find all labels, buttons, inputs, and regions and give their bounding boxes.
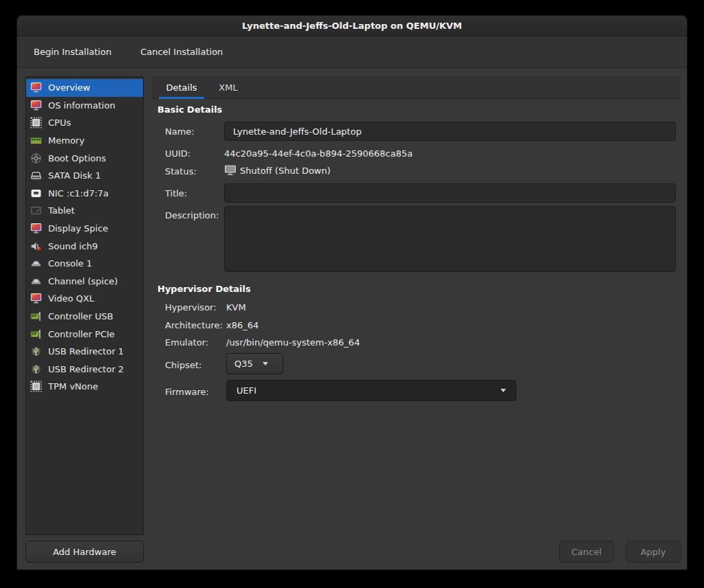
- details-panel: Details XML Basic Details Name: UUID: 44…: [152, 76, 680, 535]
- sidebar-item-label: NIC :c1:d7:7a: [48, 188, 109, 199]
- chipset-dropdown[interactable]: Q35: [226, 353, 283, 374]
- tab-details-label: Details: [166, 82, 197, 93]
- sidebar-item-usb-redirector-1[interactable]: USB Redirector 1: [26, 343, 143, 361]
- cpu-icon: [30, 117, 42, 128]
- sidebar-item-memory[interactable]: Memory: [26, 132, 143, 150]
- tablet-icon: [30, 205, 42, 216]
- active-tab-underline: [159, 97, 204, 99]
- title-input[interactable]: [224, 183, 676, 203]
- architecture-value: x86_64: [226, 320, 258, 330]
- sidebar-item-tablet[interactable]: Tablet: [26, 202, 143, 220]
- tab-details[interactable]: Details: [159, 76, 204, 99]
- sidebar-item-label: Channel (spice): [48, 276, 118, 286]
- description-textarea[interactable]: [224, 206, 676, 272]
- apply-button[interactable]: Apply: [626, 541, 681, 563]
- sidebar-item-label: Controller USB: [48, 311, 113, 321]
- architecture-label: Architecture:: [165, 320, 223, 330]
- chevron-down-icon: [500, 389, 506, 392]
- sidebar-item-controller-usb[interactable]: Controller USB: [26, 308, 143, 326]
- controller-card-icon: [30, 310, 42, 322]
- status-value: Shutoff (Shut Down): [240, 166, 331, 176]
- display-icon: [30, 82, 42, 93]
- begin-installation-button[interactable]: Begin Installation: [31, 43, 114, 61]
- hypervisor-details-heading: Hypervisor Details: [157, 284, 251, 294]
- name-label: Name:: [165, 126, 195, 137]
- sidebar-item-sound[interactable]: Sound ich9: [26, 237, 143, 255]
- usb-icon: [30, 346, 42, 357]
- sidebar-item-label: Video QXL: [48, 293, 94, 304]
- toolbar: Begin Installation Cancel Installation: [17, 36, 687, 68]
- chip-icon: [30, 381, 42, 392]
- firmware-label: Firmware:: [165, 387, 209, 397]
- sidebar-item-cpus[interactable]: CPUs: [26, 114, 143, 132]
- controller-card-icon: [30, 328, 42, 340]
- tab-xml[interactable]: XML: [212, 76, 244, 99]
- sidebar-item-label: USB Redirector 2: [48, 364, 124, 374]
- sidebar-item-label: Overview: [48, 82, 90, 93]
- sidebar-item-label: OS information: [48, 100, 116, 111]
- sidebar-item-console-1[interactable]: Console 1: [26, 255, 143, 273]
- disk-icon: [30, 170, 42, 181]
- emulator-label: Emulator:: [165, 337, 208, 348]
- sidebar-item-label: CPUs: [48, 117, 71, 128]
- hypervisor-label: Hypervisor:: [165, 302, 217, 313]
- sidebar-item-os-information[interactable]: OS information: [26, 97, 143, 115]
- usb-icon: [30, 363, 42, 375]
- sidebar-item-usb-redirector-2[interactable]: USB Redirector 2: [26, 361, 143, 378]
- display-icon: [30, 223, 42, 234]
- name-input[interactable]: [224, 122, 676, 141]
- window-title: Lynette-and-Jeffs-Old-Laptop on QEMU/KVM: [242, 21, 462, 31]
- display-icon: [30, 100, 42, 111]
- sidebar-item-nic[interactable]: NIC :c1:d7:7a: [26, 185, 143, 203]
- hypervisor-value: KVM: [226, 302, 246, 313]
- tab-bar: Details XML: [152, 76, 680, 99]
- uuid-label: UUID:: [165, 148, 190, 159]
- boot-options-icon: [30, 152, 42, 164]
- memory-icon: [30, 135, 42, 146]
- network-icon: [30, 188, 42, 199]
- titlebar[interactable]: Lynette-and-Jeffs-Old-Laptop on QEMU/KVM: [17, 16, 687, 36]
- shutoff-monitor-icon: [224, 165, 236, 176]
- sidebar-item-video-qxl[interactable]: Video QXL: [26, 290, 143, 308]
- sidebar-item-label: TPM vNone: [48, 381, 98, 392]
- firmware-dropdown[interactable]: UEFI: [226, 380, 516, 401]
- sidebar-item-sata-disk-1[interactable]: SATA Disk 1: [26, 167, 143, 185]
- chevron-down-icon: [263, 362, 268, 365]
- chipset-selected-value: Q35: [234, 359, 253, 369]
- sidebar-item-label: Sound ich9: [48, 241, 98, 251]
- hardware-list: Overview OS information CPUs Memory Boot…: [25, 76, 144, 535]
- sidebar-item-boot-options[interactable]: Boot Options: [26, 149, 143, 167]
- vm-details-window: Lynette-and-Jeffs-Old-Laptop on QEMU/KVM…: [16, 15, 688, 570]
- tab-xml-label: XML: [219, 82, 237, 93]
- sidebar-item-display-spice[interactable]: Display Spice: [26, 220, 143, 238]
- content-area: Overview OS information CPUs Memory Boot…: [17, 69, 687, 570]
- status-indicator: Shutoff (Shut Down): [224, 165, 331, 176]
- sidebar-item-label: Console 1: [48, 258, 92, 269]
- cancel-installation-button[interactable]: Cancel Installation: [138, 43, 226, 61]
- serial-console-icon: [30, 275, 42, 287]
- basic-details-heading: Basic Details: [157, 104, 222, 115]
- emulator-value: /usr/bin/qemu-system-x86_64: [226, 337, 360, 348]
- sidebar-item-controller-pcie[interactable]: Controller PCIe: [26, 325, 143, 343]
- sidebar-item-label: SATA Disk 1: [48, 170, 101, 181]
- sidebar-item-label: Boot Options: [48, 153, 106, 163]
- sidebar-item-label: Tablet: [48, 205, 75, 216]
- uuid-value: 44c20a95-44ef-4c0a-b894-2590668ca85a: [224, 148, 412, 159]
- sidebar-item-label: USB Redirector 1: [48, 346, 124, 357]
- sidebar-item-tpm[interactable]: TPM vNone: [26, 378, 143, 396]
- sidebar-item-overview[interactable]: Overview: [26, 79, 143, 97]
- title-label: Title:: [165, 188, 187, 199]
- status-label: Status:: [165, 166, 197, 177]
- display-icon: [30, 293, 42, 304]
- sidebar-item-label: Display Spice: [48, 223, 108, 234]
- chipset-label: Chipset:: [165, 360, 201, 370]
- sound-icon: [30, 240, 42, 252]
- description-label: Description:: [165, 210, 219, 220]
- add-hardware-button[interactable]: Add Hardware: [25, 541, 144, 563]
- sidebar-item-channel-spice[interactable]: Channel (spice): [26, 273, 143, 291]
- cancel-button[interactable]: Cancel: [559, 541, 614, 563]
- sidebar-item-label: Controller PCIe: [48, 329, 115, 339]
- sidebar-item-label: Memory: [48, 135, 85, 146]
- serial-console-icon: [30, 258, 42, 269]
- firmware-selected-value: UEFI: [236, 385, 256, 396]
